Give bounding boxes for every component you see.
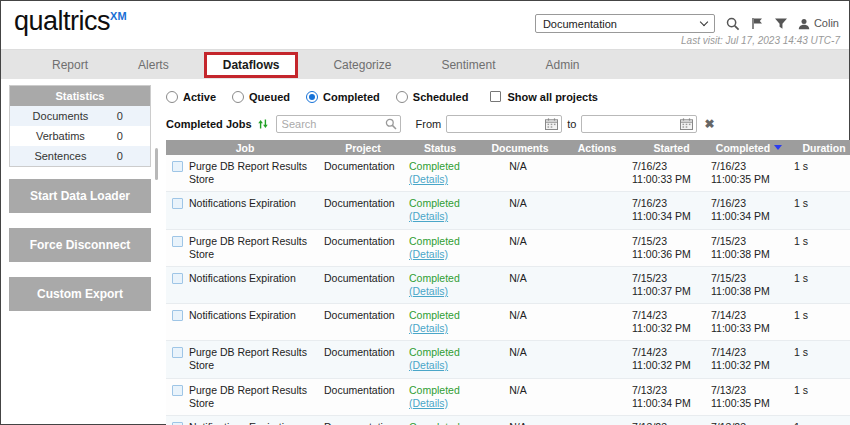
radio-label-active[interactable]: Active [183,91,216,103]
row-checkbox[interactable] [172,385,183,396]
radio-completed[interactable] [306,91,318,103]
from-label: From [416,118,442,130]
last-visit-text: Last visit: Jul 17, 2023 14:43 UTC-7 [681,35,840,46]
radio-scheduled[interactable] [396,91,408,103]
job-name: Purge DB Report Results Store [189,160,320,186]
project-dropdown-value: Documentation [543,18,617,30]
force-disconnect-button[interactable]: Force Disconnect [9,228,151,262]
user-name: Colin [814,18,839,29]
status-cell: Completed(Details) [402,416,478,425]
details-link[interactable]: (Details) [409,397,474,410]
project-dropdown[interactable]: Documentation [535,14,715,33]
details-link[interactable]: (Details) [409,210,474,223]
completed-cell: 7/16/23 11:00:34 PM [711,192,787,228]
documents-cell: N/A [478,267,562,290]
project-cell: Documentation [324,155,402,178]
job-cell: Purge DB Report Results Store [166,379,324,415]
started-cell: 7/13/23 11:00:34 PM [632,416,711,425]
project-cell: Documentation [324,379,402,402]
details-link[interactable]: (Details) [409,322,474,335]
status-cell: Completed(Details) [402,379,478,415]
jobs-toolbar: Completed Jobs From [166,115,850,133]
status-filter-row: ActiveQueuedCompletedScheduledShow all p… [166,89,850,104]
column-header-actions[interactable]: Actions [562,142,632,154]
actions-cell [562,155,632,165]
top-header: qualtricsXM Documentation Colin Last vis… [1,1,849,49]
status-cell: Completed(Details) [402,192,478,228]
column-header-status[interactable]: Status [402,142,478,154]
job-cell: Notifications Expiration [166,192,324,215]
completed-cell: 7/15/23 11:00:38 PM [711,230,787,266]
search-input[interactable] [276,115,401,133]
row-checkbox[interactable] [172,273,183,284]
documents-cell: N/A [478,304,562,327]
main-content: ActiveQueuedCompletedScheduledShow all p… [156,79,850,425]
clear-dates-icon[interactable]: ✖ [704,118,714,130]
column-header-job[interactable]: Job [166,142,324,154]
tab-alerts[interactable]: Alerts [113,50,194,80]
column-header-completed[interactable]: Completed [711,142,787,154]
project-cell: Documentation [324,192,402,215]
tab-categorize[interactable]: Categorize [308,50,416,80]
documents-cell: N/A [478,416,562,425]
column-header-documents[interactable]: Documents [478,142,562,154]
radio-label-completed[interactable]: Completed [323,91,380,103]
started-cell: 7/14/23 11:00:32 PM [632,304,711,340]
completed-cell: 7/13/23 11:00:35 PM [711,379,787,415]
completed-jobs-table: JobProjectStatusDocumentsActionsStartedC… [166,140,850,425]
to-label: to [567,118,576,130]
user-icon[interactable]: Colin [798,18,839,30]
row-checkbox[interactable] [172,198,183,209]
show-all-projects-checkbox[interactable] [490,91,501,102]
column-header-duration[interactable]: Duration [787,142,850,154]
flag-icon[interactable] [751,17,764,30]
tab-sentiment[interactable]: Sentiment [416,50,520,80]
custom-export-button[interactable]: Custom Export [9,277,151,311]
tab-admin[interactable]: Admin [520,50,604,80]
details-link[interactable]: (Details) [409,285,474,298]
column-header-project[interactable]: Project [324,142,402,154]
duration-cell: 1 s [787,267,850,290]
radio-active[interactable] [166,91,178,103]
completed-cell: 7/13/23 11:00:35 PM [711,416,787,425]
search-icon[interactable] [726,17,740,31]
refresh-icon[interactable] [257,118,269,130]
row-checkbox[interactable] [172,310,183,321]
tab-dataflows[interactable]: Dataflows [204,52,299,78]
sort-desc-icon [774,145,782,150]
status-text: Completed [409,309,474,322]
calendar-icon[interactable] [545,118,558,130]
row-checkbox[interactable] [172,161,183,172]
radio-label-scheduled[interactable]: Scheduled [413,91,469,103]
column-header-started[interactable]: Started [632,142,711,154]
completed-cell: 7/15/23 11:00:38 PM [711,267,787,303]
duration-cell: 1 s [787,192,850,215]
table-row: Notifications ExpirationDocumentationCom… [166,192,850,229]
job-name: Notifications Expiration [189,421,296,425]
calendar-icon[interactable] [680,118,693,130]
filter-icon[interactable] [775,18,787,30]
details-link[interactable]: (Details) [409,248,474,261]
details-link[interactable]: (Details) [409,173,474,186]
status-text: Completed [409,197,474,210]
table-row: Notifications ExpirationDocumentationCom… [166,267,850,304]
qualtrics-dataflows-page: qualtricsXM Documentation Colin Last vis… [0,0,850,425]
duration-cell: 1 s [787,155,850,178]
details-link[interactable]: (Details) [409,359,474,372]
show-all-projects-label[interactable]: Show all projects [507,91,597,103]
statistic-value: 0 [111,110,150,122]
row-checkbox[interactable] [172,347,183,358]
row-checkbox[interactable] [172,236,183,247]
statistic-label: Verbatims [10,130,111,142]
radio-label-queued[interactable]: Queued [249,91,290,103]
start-data-loader-button[interactable]: Start Data Loader [9,179,151,213]
job-name: Notifications Expiration [189,309,296,322]
statistic-label: Documents [10,110,111,122]
search-field-icon[interactable] [385,118,397,130]
chevron-down-icon [700,18,708,26]
documents-cell: N/A [478,155,562,178]
started-cell: 7/15/23 11:00:37 PM [632,267,711,303]
tab-report[interactable]: Report [27,50,113,80]
radio-queued[interactable] [232,91,244,103]
project-cell: Documentation [324,304,402,327]
